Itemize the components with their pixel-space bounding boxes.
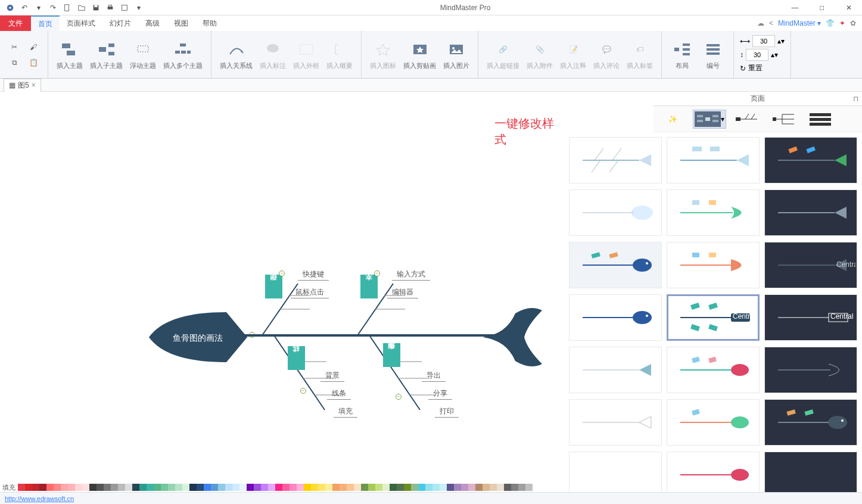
paste-icon[interactable]: 📋 — [26, 55, 41, 70]
file-menu[interactable]: 文件 — [0, 15, 31, 31]
insert-subtopic-button[interactable]: 插入子主题 — [86, 38, 126, 71]
color-swatch[interactable] — [340, 484, 347, 491]
color-swatch[interactable] — [61, 484, 68, 491]
layout-option-3[interactable] — [767, 110, 800, 129]
vendor-url[interactable]: http://www.edrawsoft.cn — [5, 495, 74, 502]
style-thumb[interactable] — [569, 294, 662, 341]
color-swatch[interactable] — [32, 484, 39, 491]
color-swatch[interactable] — [311, 484, 318, 491]
maximize-button[interactable]: □ — [808, 0, 835, 15]
menu-advanced[interactable]: 高级 — [138, 16, 167, 31]
color-swatch[interactable] — [447, 484, 454, 491]
menu-home[interactable]: 首页 — [31, 15, 60, 32]
style-thumb[interactable] — [667, 399, 760, 446]
color-swatch[interactable] — [332, 484, 340, 491]
color-swatch[interactable] — [139, 484, 147, 491]
style-thumb[interactable] — [569, 137, 662, 183]
width-spinner[interactable]: ⟷▴▾ — [740, 35, 785, 47]
color-swatch[interactable] — [132, 484, 139, 491]
bone-label[interactable]: 文本 — [360, 275, 378, 298]
style-thumb[interactable] — [667, 347, 760, 393]
style-thumb[interactable] — [569, 189, 662, 236]
color-swatch[interactable] — [125, 484, 132, 491]
color-swatch[interactable] — [197, 484, 204, 491]
color-swatch[interactable] — [432, 484, 440, 491]
color-swatch[interactable] — [275, 484, 282, 491]
color-swatch[interactable] — [368, 484, 375, 491]
color-swatch[interactable] — [404, 484, 411, 491]
multi-topic-button[interactable]: 插入多个主题 — [160, 38, 206, 71]
fish-head[interactable]: 鱼骨图的画法 — [143, 307, 250, 367]
collapse-icon[interactable]: − — [396, 394, 402, 400]
color-swatch[interactable] — [490, 484, 497, 491]
close-button[interactable]: ✕ — [835, 0, 862, 15]
insert-topic-button[interactable]: 插入主题 — [53, 38, 86, 71]
qat-more-icon[interactable]: ▾ — [132, 1, 145, 14]
color-swatch[interactable] — [211, 484, 218, 491]
color-swatch[interactable] — [39, 484, 46, 491]
color-swatch[interactable] — [411, 484, 418, 491]
color-swatch[interactable] — [318, 484, 325, 491]
style-thumb[interactable] — [764, 399, 857, 446]
redo-icon[interactable]: ↷ — [46, 1, 60, 14]
settings-icon[interactable]: ✿ — [850, 19, 856, 27]
print-icon[interactable] — [104, 1, 117, 14]
layout-option-4[interactable] — [804, 110, 837, 129]
leaf[interactable]: 打印 — [435, 406, 459, 418]
style-thumb[interactable] — [764, 347, 857, 393]
canvas[interactable]: 一键修改样式 鱼骨图的画法 − 创建 − 快捷键 鼠标点击 文本 − 输入方式 … — [0, 105, 564, 468]
color-swatch[interactable] — [468, 484, 475, 491]
color-swatch[interactable] — [82, 484, 89, 491]
color-swatch[interactable] — [297, 484, 304, 491]
fish-tail[interactable] — [483, 301, 548, 373]
style-thumb[interactable] — [764, 189, 857, 236]
copy-icon[interactable]: ⧉ — [7, 55, 21, 70]
menu-help[interactable]: 帮助 — [195, 16, 224, 31]
layout-option-1[interactable]: ▾ — [693, 110, 726, 129]
leaf[interactable]: 输入方式 — [392, 269, 430, 281]
color-swatch[interactable] — [347, 484, 354, 491]
color-swatch[interactable] — [175, 484, 182, 491]
collapse-icon[interactable]: − — [374, 270, 380, 276]
style-thumb[interactable] — [764, 137, 857, 183]
color-swatch[interactable] — [418, 484, 425, 491]
layout-option-2[interactable] — [730, 110, 763, 129]
style-thumb[interactable] — [569, 399, 662, 446]
color-swatch[interactable] — [204, 484, 211, 491]
logo-icon[interactable]: ✦ — [839, 19, 845, 27]
height-spinner[interactable]: ↕▴▾ — [740, 48, 778, 61]
color-swatch[interactable] — [75, 484, 82, 491]
bone-label[interactable]: 创建 — [265, 275, 282, 298]
export-icon[interactable] — [118, 1, 131, 14]
insert-relation-button[interactable]: 插入关系线 — [216, 38, 256, 71]
color-swatch[interactable] — [261, 484, 268, 491]
color-swatch[interactable] — [168, 484, 175, 491]
style-thumb[interactable] — [667, 189, 760, 236]
color-swatch[interactable] — [154, 484, 161, 491]
float-topic-button[interactable]: 浮动主题 — [126, 38, 160, 71]
menu-slideshow[interactable]: 幻灯片 — [102, 16, 138, 31]
color-swatch[interactable] — [325, 484, 332, 491]
leaf[interactable]: 分享 — [428, 388, 452, 400]
cut-icon[interactable]: ✂ — [7, 40, 21, 54]
format-painter-icon[interactable]: 🖌 — [26, 40, 41, 54]
color-swatch[interactable] — [46, 484, 54, 491]
color-swatch[interactable] — [504, 484, 511, 491]
leaf[interactable]: 编辑器 — [387, 287, 418, 298]
style-thumb[interactable]: Central theme — [764, 242, 857, 288]
close-tab-icon[interactable]: × — [32, 81, 36, 89]
dropdown-icon[interactable]: ▾ — [32, 1, 45, 14]
menu-page-style[interactable]: 页面样式 — [60, 16, 102, 31]
color-swatch[interactable] — [518, 484, 525, 491]
color-swatch[interactable] — [218, 484, 225, 491]
pin-icon[interactable]: ⊓ — [853, 95, 858, 103]
tshirt-icon[interactable]: 👕 — [826, 19, 835, 27]
color-swatch[interactable] — [118, 484, 125, 491]
color-swatch[interactable] — [161, 484, 168, 491]
document-tab[interactable]: ▦ 图5 × — [4, 79, 41, 92]
color-swatch[interactable] — [25, 484, 32, 491]
app-icon[interactable] — [4, 1, 17, 14]
style-thumb[interactable] — [667, 137, 760, 183]
color-swatch[interactable] — [461, 484, 468, 491]
collapse-icon[interactable]: − — [279, 270, 285, 276]
